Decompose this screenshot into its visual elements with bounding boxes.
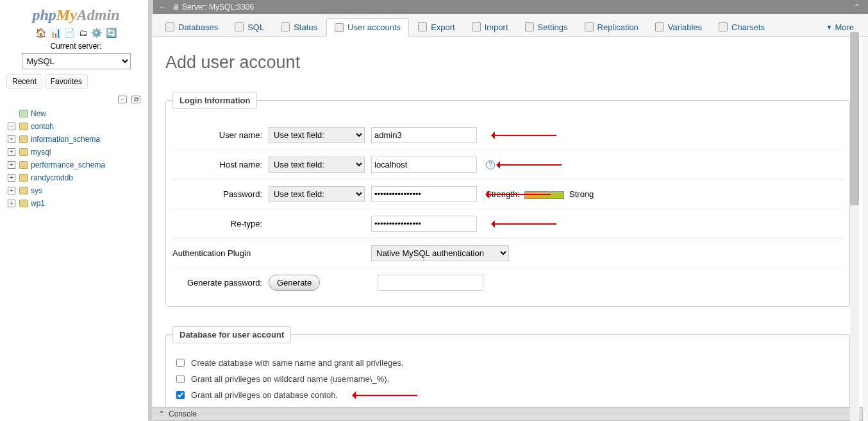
tree-node-label[interactable]: mysql bbox=[31, 146, 51, 159]
login-information-fieldset: Login Information User name: Use text fi… bbox=[165, 92, 850, 307]
top-tabs: DatabasesSQLStatusUser accountsExportImp… bbox=[153, 14, 868, 37]
tab-label: Charsets bbox=[731, 22, 765, 32]
dbacct-option-label: Grant all privileges on database contoh. bbox=[191, 390, 338, 400]
username-mode-select[interactable]: Use text field: bbox=[269, 127, 365, 143]
tree-node-performance_schema[interactable]: +performance_schema bbox=[8, 159, 149, 171]
tree-node-wp1[interactable]: +wp1 bbox=[8, 197, 149, 210]
scrollbar-thumb[interactable] bbox=[850, 32, 859, 205]
tab-databases[interactable]: Databases bbox=[158, 18, 226, 36]
tab-icon bbox=[281, 22, 290, 31]
logo[interactable]: phpMyAdmin bbox=[0, 3, 152, 25]
retype-label: Re-type: bbox=[172, 219, 262, 228]
auth-plugin-select[interactable]: Native MySQL authentication bbox=[371, 245, 509, 261]
chevron-down-icon: ▼ bbox=[826, 24, 832, 31]
tab-label: Replication bbox=[597, 22, 638, 32]
annotation-arrow bbox=[480, 190, 554, 199]
dbacct-checkbox[interactable] bbox=[176, 391, 185, 399]
logout-icon[interactable]: 📊 bbox=[50, 28, 61, 38]
expand-icon[interactable]: + bbox=[8, 200, 15, 207]
expand-icon[interactable]: + bbox=[8, 174, 15, 182]
tab-icon bbox=[335, 23, 344, 32]
home-icon[interactable]: 🏠 bbox=[35, 28, 46, 38]
dbacct-checkbox[interactable] bbox=[176, 375, 185, 383]
generated-password-input[interactable] bbox=[378, 275, 483, 291]
tab-variables[interactable]: Variables bbox=[647, 18, 710, 36]
tree-link-icon[interactable]: ⧉ bbox=[131, 96, 140, 103]
expand-icon[interactable]: + bbox=[8, 135, 15, 143]
sidebar: phpMyAdmin 🏠 📊 📄 🗂 ⚙️ 🔄 Current server: … bbox=[0, 0, 153, 421]
nav-icon[interactable]: 🗂 bbox=[79, 28, 88, 38]
nav-left-icon[interactable]: ← bbox=[159, 3, 167, 12]
recent-button[interactable]: Recent bbox=[6, 74, 42, 89]
hostname-input[interactable] bbox=[371, 157, 477, 173]
expand-icon[interactable]: + bbox=[8, 148, 15, 156]
database-icon bbox=[19, 123, 28, 130]
dbacct-option[interactable]: Grant all privileges on wildcard name (u… bbox=[172, 371, 843, 387]
tree-node-label[interactable]: wp1 bbox=[31, 197, 45, 210]
content: Add user account Login Information User … bbox=[153, 37, 863, 407]
tree-node-label[interactable]: contoh bbox=[31, 120, 54, 133]
password-mode-select[interactable]: Use text field: bbox=[269, 186, 365, 202]
tree-node-label[interactable]: sys bbox=[31, 184, 42, 197]
generate-button[interactable]: Generate bbox=[269, 275, 320, 291]
tree-node-mysql[interactable]: +mysql bbox=[8, 146, 149, 159]
tab-import[interactable]: Import bbox=[464, 18, 516, 36]
tab-status[interactable]: Status bbox=[273, 18, 325, 36]
expand-icon[interactable]: + bbox=[8, 161, 15, 169]
database-icon bbox=[19, 161, 28, 169]
database-icon bbox=[19, 174, 28, 182]
database-icon bbox=[19, 110, 28, 117]
console-expand-icon[interactable]: ⌃ bbox=[158, 409, 165, 418]
tab-replication[interactable]: Replication bbox=[577, 18, 646, 36]
dbacct-option[interactable]: Grant all privileges on database contoh. bbox=[172, 387, 843, 403]
console-bar[interactable]: ⌃ Console bbox=[153, 407, 863, 421]
sidebar-resize-handle[interactable] bbox=[148, 0, 152, 421]
favorites-button[interactable]: Favorites bbox=[45, 74, 88, 89]
tab-settings[interactable]: Settings bbox=[517, 18, 576, 36]
tree-node-label[interactable]: performance_schema bbox=[31, 159, 105, 171]
tab-user-accounts[interactable]: User accounts bbox=[326, 18, 409, 37]
scrollbar-track[interactable] bbox=[850, 32, 859, 421]
tab-label: More bbox=[835, 22, 854, 32]
dbacct-checkbox[interactable] bbox=[176, 359, 185, 367]
server-select[interactable]: MySQL bbox=[22, 53, 131, 69]
database-icon bbox=[19, 187, 28, 194]
expand-icon[interactable]: + bbox=[8, 187, 15, 194]
tab-icon bbox=[719, 22, 728, 31]
tree-node-sys[interactable]: +sys bbox=[8, 184, 149, 197]
tab-icon bbox=[165, 22, 174, 31]
tree-node-label[interactable]: New bbox=[31, 107, 46, 120]
gear-icon[interactable]: ⚙️ bbox=[91, 28, 102, 38]
username-input[interactable] bbox=[371, 127, 477, 143]
tab-icon bbox=[418, 22, 427, 31]
retype-input[interactable] bbox=[371, 216, 477, 232]
collapse-topbar-icon[interactable]: ⌃ bbox=[854, 3, 860, 12]
hostname-mode-select[interactable]: Use text field: bbox=[269, 157, 365, 173]
tab-label: Databases bbox=[178, 22, 218, 32]
reload-icon[interactable]: 🔄 bbox=[106, 28, 117, 38]
tab-label: Import bbox=[485, 22, 508, 32]
tab-icon bbox=[235, 22, 244, 31]
password-input[interactable] bbox=[371, 186, 477, 202]
tab-charsets[interactable]: Charsets bbox=[711, 18, 772, 36]
dbacct-option[interactable]: Create database with same name and grant… bbox=[172, 355, 843, 371]
tab-label: SQL bbox=[247, 22, 264, 32]
tree-node-label[interactable]: information_schema bbox=[31, 133, 100, 146]
dbacct-option-label: Create database with same name and grant… bbox=[191, 358, 404, 368]
tab-sql[interactable]: SQL bbox=[227, 18, 272, 36]
docs-icon[interactable]: 📄 bbox=[64, 28, 75, 38]
tree-collapse-icon[interactable]: − bbox=[118, 96, 127, 103]
tab-icon bbox=[525, 22, 534, 31]
tree-node-label[interactable]: randycmddb bbox=[31, 171, 73, 184]
database-for-user-fieldset: Database for user account Create databas… bbox=[165, 326, 850, 407]
username-label: User name: bbox=[172, 130, 262, 140]
tab-export[interactable]: Export bbox=[410, 18, 463, 36]
database-icon bbox=[19, 200, 28, 207]
database-icon bbox=[19, 135, 28, 143]
tree-node-contoh[interactable]: −contoh bbox=[8, 120, 149, 133]
expand-icon[interactable]: − bbox=[8, 123, 15, 130]
page-title: Add user account bbox=[165, 53, 850, 73]
tree-node-randycmddb[interactable]: +randycmddb bbox=[8, 171, 149, 184]
tree-node-information_schema[interactable]: +information_schema bbox=[8, 133, 149, 146]
tree-node-new[interactable]: New bbox=[8, 107, 149, 120]
